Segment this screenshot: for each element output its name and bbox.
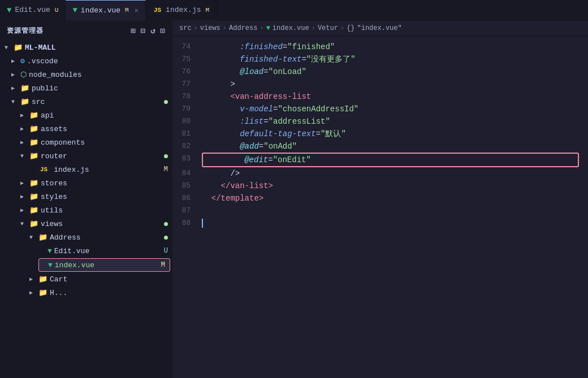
new-folder-icon[interactable]: ⊟	[141, 26, 146, 36]
folder-icon: 📁	[29, 151, 38, 160]
code-line-83: 83 @edit="onEdit"	[172, 153, 588, 167]
tree-label: Edit.vue	[54, 247, 89, 255]
sidebar-item-stores[interactable]: ▶ 📁 stores	[0, 176, 172, 190]
sidebar-item-home[interactable]: ▶ 📁 H...	[0, 286, 172, 299]
vue-file-icon: ▼	[48, 261, 53, 270]
tree-label: assets	[41, 125, 67, 133]
tag: </template>	[202, 194, 263, 203]
cursor	[202, 219, 203, 228]
collapse-icon[interactable]: ⊡	[161, 26, 166, 36]
line-content: </van-list>	[202, 180, 579, 192]
sidebar-item-index-vue[interactable]: ▶ ▼ index.vue M	[38, 258, 170, 272]
js-icon: JS	[153, 6, 162, 14]
line-content: </template>	[202, 192, 579, 205]
bc-braces: {}	[347, 24, 354, 32]
bc-vetur: Vetur	[318, 24, 338, 32]
string: "没有更多了"	[306, 55, 356, 64]
tree-label: views	[41, 220, 63, 228]
sidebar-item-edit-vue[interactable]: ▶ ▼ Edit.vue U	[0, 244, 172, 258]
breadcrumb: src › views › Address › ▼ index.vue › Ve…	[172, 20, 588, 36]
sidebar-item-components[interactable]: ▶ 📁 components	[0, 136, 172, 149]
sidebar-item-address[interactable]: ▼ 📁 Address	[0, 231, 172, 244]
arrow-icon: ▼	[29, 234, 36, 241]
tree-label: Cart	[50, 275, 67, 284]
code-line-78: 78 <van-address-list	[172, 90, 588, 103]
sidebar-item-router[interactable]: ▼ 📁 router	[0, 149, 172, 163]
file-tree: ▼ 📁 ML-MALL ▶ ⚙ .vscode ▶ ⬡ node_modules…	[0, 41, 172, 378]
tree-root[interactable]: ▼ 📁 ML-MALL	[0, 41, 172, 54]
tree-label: public	[32, 84, 58, 93]
sidebar-item-cart[interactable]: ▶ 📁 Cart	[0, 272, 172, 286]
punct: =	[316, 129, 321, 138]
line-content: @add="onAdd"	[202, 140, 579, 153]
code-line-88: 88	[172, 217, 588, 229]
js-file-icon: JS	[38, 166, 49, 173]
bc-vue-icon: ▼	[266, 24, 270, 32]
tab-label: index.js	[166, 6, 201, 14]
modified-dot	[164, 154, 168, 158]
tab-bar: ▼ Edit.vue U ▼ index.vue M ✕ JS index.js…	[0, 0, 588, 20]
refresh-icon[interactable]: ↺	[150, 26, 155, 36]
line-number: 74	[172, 41, 202, 53]
sidebar-item-node-modules[interactable]: ▶ ⬡ node_modules	[0, 68, 172, 81]
vue-icon: ▼	[72, 6, 77, 15]
string: "onLoad"	[269, 67, 306, 76]
sidebar-item-router-index[interactable]: ▶ JS index.js M	[0, 163, 172, 176]
sidebar-item-public[interactable]: ▶ 📁 public	[0, 81, 172, 95]
punct: >	[202, 80, 235, 89]
punct: />	[202, 169, 240, 178]
line-content: default-tag-text="默认"	[202, 128, 579, 140]
code-line-84: 84 />	[172, 167, 588, 180]
line-number: 83	[172, 153, 202, 165]
bc-address: Address	[229, 24, 257, 32]
tab-label: Edit.vue	[15, 6, 50, 14]
line-content: :list="addressList"	[202, 115, 579, 128]
line-content	[202, 205, 579, 217]
tab-label: index.vue	[81, 6, 120, 15]
sidebar-item-views[interactable]: ▼ 📁 views	[0, 217, 172, 231]
tab-index-js[interactable]: JS index.js M	[146, 0, 217, 20]
line-number: 78	[172, 90, 202, 103]
line-number: 84	[172, 167, 202, 180]
new-file-icon[interactable]: ⊞	[131, 26, 136, 36]
sidebar-item-vscode[interactable]: ▶ ⚙ .vscode	[0, 54, 172, 68]
code-line-75: 75 finished-text="没有更多了"	[172, 53, 588, 66]
tree-label: index.js	[54, 166, 89, 174]
code-line-77: 77 >	[172, 78, 588, 90]
line-content	[202, 217, 579, 229]
code-line-86: 86 </template>	[172, 192, 588, 205]
tree-label: utils	[41, 206, 63, 215]
tree-label: src	[32, 98, 45, 106]
punct: =	[283, 42, 287, 51]
sidebar-item-src[interactable]: ▼ 📁 src	[0, 95, 172, 108]
string: "onAdd"	[263, 142, 297, 151]
tab-edit-vue[interactable]: ▼ Edit.vue U	[0, 0, 66, 20]
line-number: 79	[172, 103, 202, 115]
sidebar-item-utils[interactable]: ▶ 📁 utils	[0, 203, 172, 217]
arrow-icon: ▼	[5, 45, 11, 51]
editor-pane: src › views › Address › ▼ index.vue › Ve…	[172, 20, 588, 378]
tree-label: router	[41, 152, 67, 160]
modified-badge: M	[164, 166, 168, 173]
tag: </van-list>	[202, 181, 273, 190]
sidebar-item-assets[interactable]: ▶ 📁 assets	[0, 122, 172, 136]
attr: finished-text	[202, 55, 301, 64]
folder-icon: 📁	[20, 97, 29, 106]
line-content: v-model="chosenAddressId"	[202, 103, 579, 115]
folder-icon: 📁	[29, 111, 38, 120]
line-number: 88	[172, 217, 202, 229]
string: "onEdit"	[273, 155, 311, 164]
sidebar-item-api[interactable]: ▶ 📁 api	[0, 108, 172, 122]
vue-file-icon: ▼	[47, 247, 52, 255]
line-number: 76	[172, 66, 202, 78]
modified-dot	[164, 100, 168, 104]
attr: v-model	[202, 105, 273, 114]
code-editor[interactable]: 74 :finished="finished" 75 finished-text…	[172, 36, 588, 378]
arrow-icon: ▶	[20, 193, 27, 200]
string: "finished"	[287, 42, 335, 51]
node-icon: ⬡	[20, 70, 27, 79]
modified-dot	[164, 236, 168, 240]
close-icon[interactable]: ✕	[135, 6, 139, 15]
sidebar-item-styles[interactable]: ▶ 📁 styles	[0, 190, 172, 203]
tab-index-vue[interactable]: ▼ index.vue M ✕	[66, 0, 145, 20]
